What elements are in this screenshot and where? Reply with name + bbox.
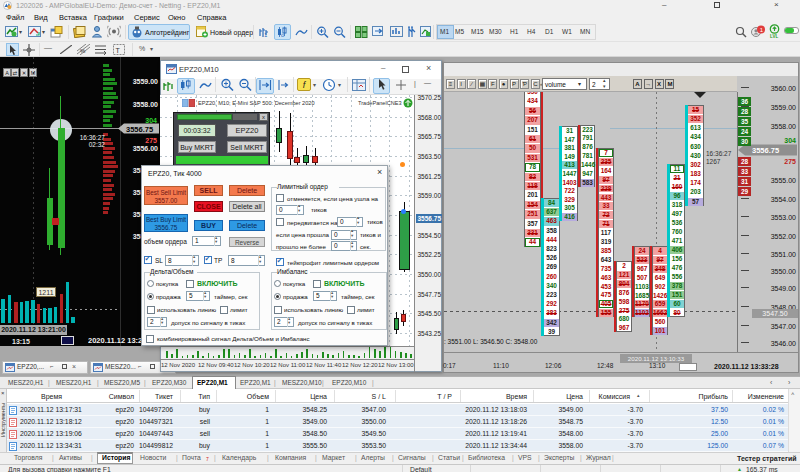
svg-text:%: % — [80, 48, 86, 54]
svg-text:3556.75: 3556.75 — [752, 146, 779, 155]
svg-text:1: 1 — [264, 32, 268, 38]
svg-text:T: T — [116, 47, 121, 54]
svg-text:LVL: LVL — [770, 34, 778, 38]
svg-text:3556.75: 3556.75 — [126, 125, 153, 134]
